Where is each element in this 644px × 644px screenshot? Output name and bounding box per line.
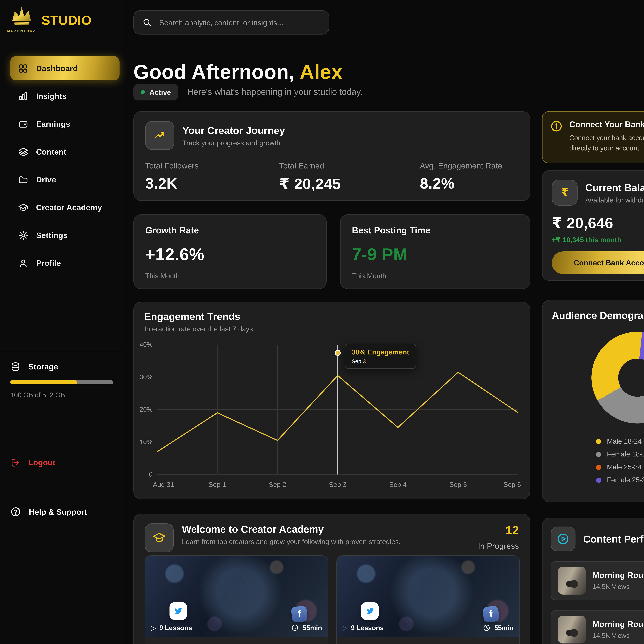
info-circle-icon (550, 120, 563, 156)
help-support-button[interactable]: Help & Support (10, 506, 87, 517)
growth-value: +12.6% (145, 245, 315, 264)
folder-icon (18, 174, 28, 185)
audience-demographics-card: Audience Demographics Male 18-24 35% Fem… (542, 300, 644, 502)
logout-icon (10, 457, 21, 468)
academy-count-caption: In Progress (478, 541, 519, 551)
posting-caption: This Month (352, 272, 518, 280)
sidebar-item-creator-academy[interactable]: Creator Academy (10, 195, 120, 219)
legend-row: Female 18-24 28% (596, 448, 644, 461)
donut-hole (618, 359, 644, 397)
app-title: STUDIO (41, 13, 92, 28)
status-badge: Active (133, 84, 178, 100)
dashboard-grid-icon (18, 63, 28, 73)
academy-title: Welcome to Creator Academy (182, 523, 401, 535)
stat-engagement-rate: Avg. Engagement Rate 8.2% (420, 161, 518, 193)
legend-dot (596, 452, 601, 457)
bank-notice-body: Connect your bank account to receive pay… (569, 133, 644, 153)
performance-title: Content Performance (583, 533, 644, 545)
logout-button[interactable]: Logout (10, 457, 55, 468)
twitter-icon (361, 602, 379, 620)
brand-name: MOZENTHRA (7, 29, 36, 32)
journey-title: Your Creator Journey (182, 124, 285, 136)
current-balance-card: ₹ Current Balance Available for withdraw… (542, 170, 644, 281)
sidebar-item-settings[interactable]: Settings (10, 223, 120, 247)
storage-progress-bar (10, 380, 113, 384)
legend-dot (596, 477, 601, 482)
sidebar-item-label: Content (36, 147, 66, 156)
legend-row: Male 25-34 20% (596, 461, 644, 473)
clock-icon (291, 624, 299, 632)
course-thumbnail: f ▷9 Lessons 55min (337, 556, 519, 637)
video-thumbnail (558, 616, 586, 643)
sidebar-item-profile[interactable]: Profile (10, 251, 120, 275)
sidebar-item-label: Insights (36, 91, 67, 101)
content-performance-card: Content Performance Morning Routine Tips… (542, 518, 644, 644)
line-chart-plot[interactable]: 010%20%30%40% Aug 31Sep 1Sep 2Sep 3Sep 4… (157, 345, 518, 474)
sidebar-item-label: Dashboard (36, 64, 78, 73)
play-circle-icon (556, 532, 570, 546)
play-outline-icon: ▷ (151, 625, 156, 631)
brand-logo: MOZENTHRA STUDIO (7, 4, 92, 32)
demographics-title: Audience Demographics (552, 310, 644, 321)
engagement-trends-card: Engagement Trends Interaction rate over … (133, 302, 530, 499)
stat-total-earned: Total Earned ₹ 20,245 (279, 161, 420, 193)
sidebar-item-dashboard[interactable]: Dashboard (10, 56, 120, 80)
sidebar-divider (0, 351, 124, 351)
sidebar-item-label: Drive (36, 175, 56, 184)
balance-subtitle: Available for withdrawal (585, 196, 644, 204)
greeting-subtitle: Here's what's happening in your studio t… (187, 87, 363, 97)
posting-title: Best Posting Time (352, 225, 518, 236)
layers-icon (18, 147, 28, 157)
sidebar-item-earnings[interactable]: Earnings (10, 112, 120, 136)
academy-cap-icon-tile (145, 523, 174, 552)
legend-row: Female 25-34 17% (596, 473, 644, 486)
legend-dot (596, 464, 601, 470)
duration-badge: 55min (483, 624, 514, 632)
gear-icon (18, 230, 28, 240)
clock-icon (483, 624, 491, 632)
database-icon (10, 362, 21, 372)
sidebar-item-label: Settings (36, 231, 68, 240)
trend-icon-tile (145, 121, 174, 150)
sidebar-item-drive[interactable]: Drive (10, 167, 120, 192)
studio-dashboard: MOZENTHRA STUDIO Dashboard Insights (0, 0, 644, 644)
performance-row[interactable]: Morning Routine Tips 14.5K Views 8.2% ER (551, 561, 644, 600)
graduation-cap-icon (18, 202, 28, 213)
sidebar-item-insights[interactable]: Insights (10, 84, 120, 108)
creator-journey-card: Your Creator Journey Track your progress… (133, 111, 530, 201)
balance-amount: ₹ 20,646 (552, 214, 644, 232)
sidebar-item-label: Creator Academy (36, 203, 102, 212)
sidebar-item-content[interactable]: Content (10, 140, 120, 164)
storage-progress-fill (10, 380, 77, 384)
bank-notice-title: Connect Your Bank Account (569, 120, 644, 129)
storage-label: Storage (28, 362, 58, 371)
rupee-icon-tile: ₹ (552, 180, 578, 206)
help-support-label: Help & Support (29, 507, 87, 516)
facebook-icon: f (483, 606, 499, 622)
course-thumbnail: f ▷9 Lessons 55min (145, 556, 328, 637)
engagement-line-chart (157, 345, 518, 474)
crown-logo-icon (9, 4, 35, 28)
balance-delta: +₹ 10,345 this month (552, 235, 644, 244)
connect-bank-button[interactable]: Connect Bank Account to Withdraw (552, 251, 644, 274)
performance-row[interactable]: Morning Routine Tips 14.5K Views 8.2% ER (551, 610, 644, 644)
search-icon (142, 18, 152, 27)
facebook-icon: f (291, 606, 308, 622)
course-list: f ▷9 Lessons 55min Growing Your Audience… (145, 555, 520, 644)
course-card[interactable]: f ▷9 Lessons 55min Growing Your Audience… (336, 555, 520, 644)
course-card[interactable]: f ▷9 Lessons 55min Growing Your Audience… (145, 555, 328, 644)
bar-chart-icon (18, 91, 28, 101)
legend-row: Male 18-24 35% (596, 435, 644, 448)
search-input[interactable] (158, 18, 320, 27)
sidebar-item-label: Profile (36, 258, 61, 268)
search-bar[interactable] (133, 10, 329, 35)
lessons-badge: ▷9 Lessons (343, 624, 384, 632)
chart-tooltip: 30% Engagement Sep 3 (344, 344, 416, 369)
question-circle-icon (10, 506, 21, 517)
growth-rate-card: Growth Rate +12.6% This Month (133, 214, 327, 289)
legend-dot (596, 439, 601, 444)
status-dot (141, 90, 145, 94)
growth-caption: This Month (145, 272, 315, 280)
chart-subtitle: Interaction rate over the last 7 days (144, 325, 519, 333)
video-thumbnail (558, 567, 586, 595)
